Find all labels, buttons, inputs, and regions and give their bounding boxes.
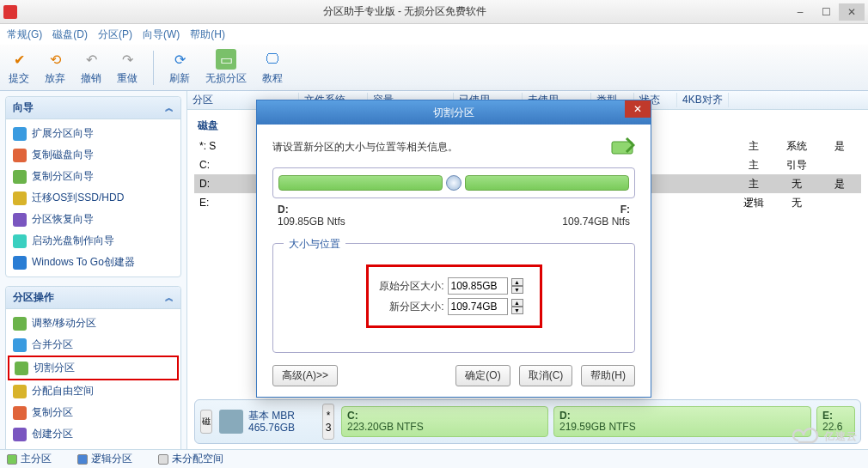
tool-tutorial[interactable]: 🖵教程 (262, 49, 283, 86)
bootdisk-icon (13, 234, 27, 248)
copy-disk-icon (13, 149, 27, 162)
wizard-item-copy-disk[interactable]: 复制磁盘向导 (8, 144, 179, 166)
split-partition-dialog: 切割分区 ✕ 请设置新分区的大小与位置等相关信息。 D: F: 109.85GB… (256, 100, 651, 398)
create-icon (13, 428, 27, 441)
help-button[interactable]: 帮助(H) (581, 365, 635, 386)
wizard-item-wintogo[interactable]: Windows To Go创建器 (8, 252, 179, 273)
tool-discard[interactable]: ⟲放弃 (45, 49, 65, 86)
extend-icon (13, 127, 27, 141)
group-legend: 大小与位置 (284, 237, 345, 252)
advanced-button[interactable]: 高级(A)>> (272, 365, 338, 386)
menu-partition[interactable]: 分区(P) (98, 27, 132, 42)
copy-icon (13, 406, 27, 420)
size-fields-highlight: 原始分区大小: ▲▼ 新分区大小: ▲▼ (366, 264, 542, 328)
orig-size-label: 原始分区大小: (377, 279, 444, 294)
menubar: 常规(G) 磁盘(D) 分区(P) 向导(W) 帮助(H) (0, 24, 868, 45)
legend-bar: 主分区 逻辑分区 未分配空间 (0, 449, 868, 468)
legend-primary: 主分区 (7, 452, 52, 466)
split-handle[interactable] (446, 175, 462, 191)
panel-wizard-header[interactable]: 向导 ︽ (6, 97, 180, 119)
split-right-drive: F: (620, 204, 630, 216)
dialog-close-button[interactable]: ✕ (625, 100, 651, 118)
new-size-label: 新分区大小: (377, 300, 444, 314)
legend-unallocated: 未分配空间 (158, 452, 223, 466)
resize-icon (13, 317, 27, 331)
split-icon (15, 362, 28, 375)
new-size-input[interactable] (448, 298, 508, 315)
wizard-item-extend[interactable]: 扩展分区向导 (8, 123, 179, 144)
split-right-bar (465, 175, 629, 191)
op-copy[interactable]: 复制分区 (8, 402, 179, 423)
app-icon (3, 5, 17, 19)
copy-part-icon (13, 170, 27, 184)
disk-map: 磁 基本 MBR 465.76GB *3 C:223.20GB NTFS D:2… (194, 399, 861, 444)
commit-icon: ✔ (9, 49, 29, 70)
size-position-group: 大小与位置 原始分区大小: ▲▼ 新分区大小: ▲▼ (272, 243, 635, 353)
discard-icon: ⟲ (45, 49, 65, 70)
cancel-button[interactable]: 取消(C) (519, 365, 573, 386)
wizard-item-bootdisk[interactable]: 启动光盘制作向导 (8, 230, 179, 252)
refresh-icon: ⟳ (169, 49, 190, 70)
op-split[interactable]: 切割分区 (8, 356, 179, 380)
wizard-item-migrate-os[interactable]: 迁移OS到SSD/HDD (8, 187, 179, 209)
new-size-spinner[interactable]: ▲▼ (511, 299, 523, 314)
star-count-box: *3 (322, 404, 334, 440)
wizard-item-copy-part[interactable]: 复制分区向导 (8, 166, 179, 187)
split-left-size: 109.85GB Ntfs (278, 216, 345, 228)
tool-lossless[interactable]: ▭无损分区 (205, 49, 247, 86)
titlebar: 分区助手专业版 - 无损分区免费软件 – ☐ ✕ (0, 0, 868, 24)
redo-icon: ↷ (117, 49, 138, 70)
tool-undo[interactable]: ↶撤销 (81, 49, 101, 86)
split-right-size: 109.74GB Ntfs (562, 216, 630, 228)
allocate-icon (13, 385, 27, 398)
toolbar: ✔提交 ⟲放弃 ↶撤销 ↷重做 ⟳刷新 ▭无损分区 🖵教程 (0, 45, 868, 91)
split-left-bar (278, 175, 443, 191)
partition-d[interactable]: D:219.59GB NTFS (553, 406, 811, 437)
menu-help[interactable]: 帮助(H) (190, 27, 225, 42)
panel-wizard: 向导 ︽ 扩展分区向导 复制磁盘向导 复制分区向导 迁移OS到SSD/HDD 分… (5, 96, 181, 277)
orig-size-spinner[interactable]: ▲▼ (511, 278, 523, 294)
dialog-hint: 请设置新分区的大小与位置等相关信息。 (272, 140, 604, 155)
maximize-button[interactable]: ☐ (813, 3, 839, 21)
tool-refresh[interactable]: ⟳刷新 (169, 49, 190, 86)
merge-icon (13, 338, 27, 352)
ok-button[interactable]: 确定(O) (455, 365, 510, 386)
toolbar-separator (153, 51, 154, 85)
close-button[interactable]: ✕ (839, 3, 865, 21)
op-create[interactable]: 创建分区 (8, 423, 179, 445)
tool-redo[interactable]: ↷重做 (117, 49, 138, 86)
split-slider[interactable] (272, 167, 635, 198)
panel-ops-header[interactable]: 分区操作 ︽ (6, 287, 180, 309)
orig-size-input[interactable] (448, 277, 508, 295)
tutorial-icon: 🖵 (262, 49, 283, 70)
menu-disk[interactable]: 磁盘(D) (52, 27, 88, 42)
dialog-titlebar[interactable]: 切割分区 ✕ (257, 100, 651, 125)
lossless-icon: ▭ (216, 49, 236, 70)
watermark: 亿速云 (792, 427, 858, 446)
menu-general[interactable]: 常规(G) (7, 27, 42, 42)
split-left-drive: D: (278, 204, 289, 216)
app-title: 分区助手专业版 - 无损分区免费软件 (22, 4, 787, 19)
sidebar: 向导 ︽ 扩展分区向导 复制磁盘向导 复制分区向导 迁移OS到SSD/HDD 分… (0, 91, 187, 449)
disk-small-label: 磁 (200, 410, 212, 434)
menu-wizard[interactable]: 向导(W) (143, 27, 180, 42)
col-4kb[interactable]: 4KB对齐 (677, 93, 729, 107)
op-resize-move[interactable]: 调整/移动分区 (8, 313, 179, 334)
recover-icon (13, 213, 27, 227)
panel-ops: 分区操作 ︽ 调整/移动分区 合并分区 切割分区 分配自由空间 复制分区 创建分… (5, 286, 181, 449)
legend-logical: 逻辑分区 (77, 452, 132, 466)
op-allocate-free[interactable]: 分配自由空间 (8, 380, 179, 402)
partition-hint-icon (611, 137, 635, 157)
minimize-button[interactable]: – (787, 3, 813, 21)
partition-c[interactable]: C:223.20GB NTFS (341, 406, 548, 437)
migrate-os-icon (13, 191, 27, 205)
disk-icon (219, 410, 243, 434)
op-merge[interactable]: 合并分区 (8, 334, 179, 356)
tool-commit[interactable]: ✔提交 (9, 49, 29, 86)
collapse-icon: ︽ (165, 102, 174, 114)
wintogo-icon (13, 256, 27, 270)
wizard-item-recover[interactable]: 分区恢复向导 (8, 209, 179, 230)
collapse-icon: ︽ (165, 292, 174, 304)
disk-meta: 基本 MBR 465.76GB (248, 410, 317, 434)
undo-icon: ↶ (81, 49, 101, 70)
